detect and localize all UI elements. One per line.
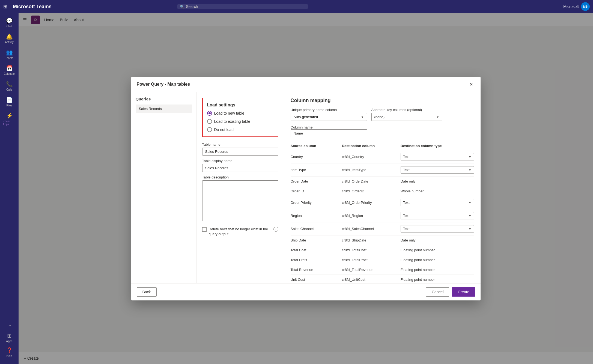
cell-source-3: Order ID	[291, 186, 342, 196]
radio-option-existing-table[interactable]: Load to existing table	[207, 119, 273, 124]
avatar[interactable]: MS	[581, 2, 590, 11]
cell-type-6[interactable]: Text▼	[401, 222, 474, 235]
search-bar[interactable]: 🔍	[177, 4, 308, 9]
sidebar-item-more[interactable]: ···	[1, 320, 17, 330]
close-button[interactable]: ✕	[467, 80, 475, 88]
table-name-field: Table name	[202, 142, 278, 156]
column-mapping-table: Source column Destination column Destina…	[291, 142, 474, 283]
alternate-key-chevron: ▼	[436, 115, 439, 119]
table-row: Sales Channelcr8fd_SalesChannelText▼	[291, 222, 474, 235]
sidebar-item-activity[interactable]: 🔔 Activity	[1, 31, 17, 46]
type-plain-11: Floating point number	[401, 278, 435, 282]
cell-type-9: Floating point number	[401, 255, 474, 265]
type-plain-10: Floating point number	[401, 268, 435, 272]
radio-option-new-table[interactable]: Load to new table	[207, 111, 273, 116]
cell-type-4[interactable]: Text▼	[401, 196, 474, 209]
sidebar-label-calls: Calls	[6, 88, 12, 91]
cell-dest-8: cr8fd_TotalCost	[342, 245, 401, 255]
sidebar-item-calendar[interactable]: 📅 Calendar	[1, 63, 17, 77]
sidebar-item-teams[interactable]: 👥 Teams	[1, 47, 17, 62]
sidebar-label-teams: Teams	[5, 56, 13, 59]
sidebar-item-chat[interactable]: 💬 Chat	[1, 15, 17, 30]
type-plain-8: Floating point number	[401, 248, 435, 252]
delete-rows-info-icon[interactable]: i	[273, 227, 278, 232]
cell-source-8: Total Cost	[291, 245, 342, 255]
apps-icon: ⊞	[7, 332, 12, 339]
table-display-name-label: Table display name	[202, 159, 278, 163]
grid-icon[interactable]: ⊞	[3, 4, 7, 10]
table-display-name-input[interactable]	[202, 164, 278, 172]
cell-type-1[interactable]: Text▼	[401, 163, 474, 177]
create-button[interactable]: Create	[452, 287, 475, 297]
teams-logo: Microsoft Teams	[13, 4, 52, 10]
back-button[interactable]: Back	[137, 287, 157, 297]
radio-circle-do-not-load	[207, 127, 212, 132]
sidebar-item-calls[interactable]: 📞 Calls	[1, 79, 17, 93]
th-destination-column-type: Destination column type	[401, 142, 474, 150]
table-display-name-field: Table display name	[202, 159, 278, 172]
type-plain-2: Date only	[401, 179, 416, 183]
cell-source-1: Item Type	[291, 163, 342, 177]
queries-title: Queries	[136, 97, 192, 101]
table-row: Total Revenuecr8fd_TotalRevenueFloating …	[291, 265, 474, 275]
power-query-dialog: Power Query - Map tables ✕ Queries Sales…	[131, 77, 481, 300]
main-area: ☰ D Home Build About Power Query - Map t…	[19, 13, 593, 364]
cancel-button[interactable]: Cancel	[426, 287, 449, 297]
alternate-key-label: Alternate key columns (optional)	[371, 108, 442, 112]
table-row: Order Datecr8fd_OrderDateDate only	[291, 177, 474, 186]
queries-panel: Queries Sales Records	[131, 92, 197, 283]
mapping-selects-row: Unique primary name column Auto-generate…	[291, 108, 474, 121]
unique-primary-value: Auto-generated	[294, 115, 318, 119]
table-description-textarea[interactable]	[202, 180, 278, 221]
type-select-1[interactable]: Text▼	[401, 166, 474, 174]
radio-option-do-not-load[interactable]: Do not load	[207, 127, 273, 132]
type-select-0[interactable]: Text▼	[401, 153, 474, 160]
search-input[interactable]	[186, 4, 305, 9]
delete-rows-checkbox[interactable]	[202, 227, 207, 232]
unique-primary-field: Unique primary name column Auto-generate…	[291, 108, 367, 121]
delete-rows-row: Delete rows that no longer exist in the …	[202, 227, 278, 237]
cell-source-11: Unit Cost	[291, 275, 342, 284]
files-icon: 📄	[6, 97, 13, 103]
chat-icon: 💬	[6, 17, 13, 24]
type-select-6[interactable]: Text▼	[401, 225, 474, 232]
radio-label-existing-table: Load to existing table	[214, 119, 250, 124]
cell-type-5[interactable]: Text▼	[401, 209, 474, 222]
type-select-4[interactable]: Text▼	[401, 199, 474, 206]
type-select-5[interactable]: Text▼	[401, 212, 474, 219]
unique-primary-select[interactable]: Auto-generated ▼	[291, 113, 367, 121]
cell-type-10: Floating point number	[401, 265, 474, 275]
activity-icon: 🔔	[6, 33, 13, 40]
sidebar-item-files[interactable]: 📄 Files	[1, 94, 17, 109]
sidebar-item-powerapps[interactable]: ⚡ Power Apps	[1, 110, 17, 128]
sidebar-label-powerapps: Power Apps	[3, 120, 16, 126]
sidebar-label-apps: Apps	[6, 340, 13, 343]
sidebar-item-help[interactable]: ❓ Help	[1, 345, 17, 360]
cell-type-0[interactable]: Text▼	[401, 150, 474, 163]
help-icon: ❓	[6, 347, 13, 354]
table-row: Ship Datecr8fd_ShipDateDate only	[291, 235, 474, 245]
radio-circle-existing-table	[207, 119, 212, 124]
cell-source-9: Total Profit	[291, 255, 342, 265]
sidebar-label-chat: Chat	[6, 25, 12, 28]
load-settings-box: Load settings Load to new table	[202, 98, 278, 137]
type-value-6: Text	[403, 227, 410, 231]
column-name-input[interactable]	[291, 129, 367, 137]
table-row: Item Typecr8fd_ItemTypeText▼	[291, 163, 474, 177]
more-options-button[interactable]: ...	[556, 4, 561, 10]
teams-topbar: ⊞ Microsoft Teams 🔍 ... Microsoft MS	[0, 0, 593, 13]
table-row: Countrycr8fd_CountryText▼	[291, 150, 474, 163]
type-chevron-0: ▼	[469, 155, 472, 159]
sidebar-item-apps[interactable]: ⊞ Apps	[1, 330, 17, 345]
powerapps-icon-sidebar: ⚡	[6, 112, 13, 119]
table-description-label: Table description	[202, 175, 278, 179]
cell-dest-5: cr8fd_Region	[342, 209, 401, 222]
query-item-sales-records[interactable]: Sales Records	[136, 105, 192, 113]
cell-dest-6: cr8fd_SalesChannel	[342, 222, 401, 235]
table-name-input[interactable]	[202, 148, 278, 156]
column-name-label: Column name	[291, 125, 474, 129]
teams-sidebar: 💬 Chat 🔔 Activity 👥 Teams 📅 Calendar 📞 C…	[0, 13, 19, 364]
sidebar-label-calendar: Calendar	[4, 72, 15, 75]
alternate-key-select[interactable]: (none) ▼	[371, 113, 442, 121]
type-value-1: Text	[403, 168, 410, 172]
